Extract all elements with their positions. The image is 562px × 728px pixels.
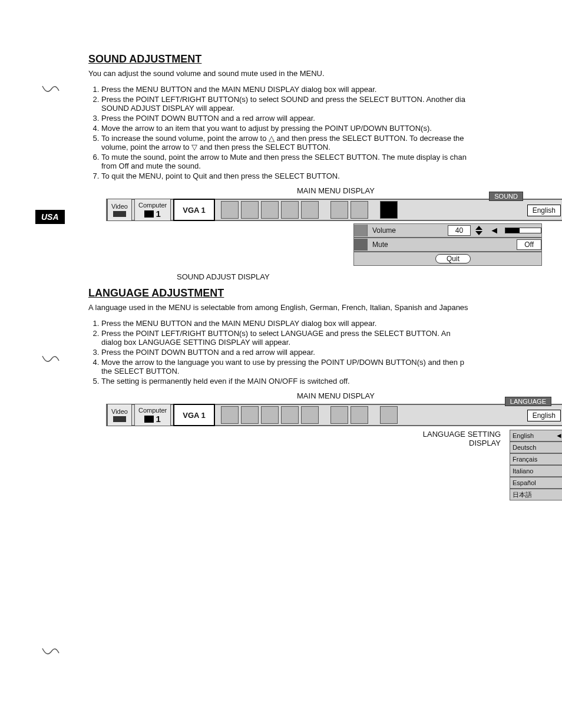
sound-step: To quit the MENU, point to Quit and then… xyxy=(101,172,562,180)
menu-icon[interactable] xyxy=(351,201,368,219)
menu-icon[interactable] xyxy=(281,201,299,219)
arrow-up-icon[interactable] xyxy=(475,226,482,230)
red-arrow-icon: ◄ xyxy=(490,225,499,236)
lang-step: The setting is permanently held even if … xyxy=(101,377,562,386)
menu-icon[interactable] xyxy=(241,201,259,219)
language-setting-label: LANGUAGE SETTING DISPLAY xyxy=(406,430,501,447)
step-sub: SOUND ADJUST DISPLAY will appear. xyxy=(101,104,562,113)
lang-option-label: Español xyxy=(513,477,536,488)
computer-icon xyxy=(144,210,154,218)
tab-computer[interactable]: Computer 1 xyxy=(134,199,171,221)
tab-video[interactable]: Video xyxy=(107,404,132,426)
tab-label: Computer xyxy=(138,407,167,414)
computer-icon xyxy=(144,416,154,423)
menu-icon[interactable] xyxy=(261,201,279,219)
video-icon xyxy=(113,211,126,217)
sound-adjust-label: SOUND ADJUST DISPLAY xyxy=(177,272,270,281)
video-icon xyxy=(113,416,126,422)
lang-step: Press the POINT LEFT/RIGHT BUTTON(s) to … xyxy=(101,329,562,347)
main-menu-bar: SOUND Video Computer 1 VGA 1 English xyxy=(106,199,562,221)
step-text: To increase the sound volume, point the … xyxy=(101,134,464,143)
sound-step: Move the arrow to an item that you want … xyxy=(101,124,562,133)
lang-step: Move the arrow to the language you want … xyxy=(101,358,562,375)
comp-num: 1 xyxy=(156,209,160,219)
step-text: Press the POINT LEFT/RIGHT BUTTON(s) to … xyxy=(101,329,451,338)
sound-step: To mute the sound, point the arrow to Mu… xyxy=(101,153,562,170)
arrow-down-icon[interactable] xyxy=(475,231,482,235)
menu-icon[interactable] xyxy=(330,406,348,424)
quit-row: Quit xyxy=(353,252,542,266)
lang-option-italiano[interactable]: Italiano xyxy=(510,465,562,477)
step-sub: dialog box LANGUAGE SETTING DISPLAY will… xyxy=(101,338,562,347)
tab-computer[interactable]: Computer 1 xyxy=(134,404,171,426)
language-intro: A language used in the MENU is selectabl… xyxy=(88,303,562,312)
language-steps: Press the MENU BUTTON and the MAIN MENU … xyxy=(88,319,562,386)
volume-row[interactable]: Volume 40 ◄ xyxy=(353,223,542,238)
main-menu-caption: MAIN MENU DISPLAY xyxy=(106,391,562,400)
sound-adjust-panel: Volume 40 ◄ Mute Off Quit xyxy=(353,223,542,266)
lang-step: Press the MENU BUTTON and the MAIN MENU … xyxy=(101,319,562,328)
language-selected[interactable]: English xyxy=(527,205,561,216)
sound-step: To increase the sound volume, point the … xyxy=(101,134,562,151)
volume-arrows[interactable] xyxy=(475,226,482,235)
volume-icon xyxy=(354,225,368,236)
quit-button[interactable]: Quit xyxy=(435,254,471,263)
sound-icon[interactable] xyxy=(380,406,398,424)
sound-heading: SOUND ADJUSTMENT xyxy=(88,53,562,65)
step-text: Press the POINT LEFT/RIGHT BUTTON(s) to … xyxy=(101,95,465,104)
step-sub: from Off and mute the sound. xyxy=(101,162,562,170)
sound-steps: Press the MENU BUTTON and the MAIN MENU … xyxy=(88,85,562,180)
lang-option-japanese[interactable]: 日本語 xyxy=(510,489,562,500)
mute-icon xyxy=(354,239,368,251)
comp-num: 1 xyxy=(156,414,160,424)
lang-option-label: 日本語 xyxy=(513,489,532,500)
tab-label: Video xyxy=(111,408,128,415)
step-text: To mute the sound, point the arrow to Mu… xyxy=(101,153,467,162)
language-heading: LANGUAGE ADJUSTMENT xyxy=(88,287,562,299)
step-sub: the SELECT BUTTON. xyxy=(101,367,562,375)
menu-icon[interactable] xyxy=(241,406,259,424)
lang-option-label: English xyxy=(513,430,534,441)
sound-step: Press the POINT LEFT/RIGHT BUTTON(s) to … xyxy=(101,95,562,113)
mute-label: Mute xyxy=(370,241,514,249)
tab-video[interactable]: Video xyxy=(107,199,132,221)
tab-label: Computer xyxy=(138,202,167,209)
main-menu-bar-lang: LANGUAGE Video Computer 1 VGA 1 xyxy=(106,404,562,426)
lang-option-deutsch[interactable]: Deutsch xyxy=(510,442,562,453)
language-selected[interactable]: English xyxy=(527,410,561,421)
lang-option-francais[interactable]: Français xyxy=(510,453,562,465)
sound-badge: SOUND xyxy=(489,192,523,201)
tab-label: Video xyxy=(111,203,128,210)
menu-icon[interactable] xyxy=(351,406,368,424)
lang-option-label: Français xyxy=(513,454,537,465)
language-setting-panel: English ◄ Deutsch Français Italiano Espa… xyxy=(510,430,562,500)
volume-value: 40 xyxy=(448,225,471,236)
step-sub: volume, point the arrow to ▽ and then pr… xyxy=(101,143,562,151)
menu-icon[interactable] xyxy=(261,406,279,424)
red-arrow-icon: ◄ xyxy=(556,430,562,441)
menu-icon[interactable] xyxy=(221,201,239,219)
sound-step: Press the MENU BUTTON and the MAIN MENU … xyxy=(101,85,562,94)
menu-icon[interactable] xyxy=(221,406,239,424)
lang-option-english[interactable]: English ◄ xyxy=(510,430,562,442)
volume-label: Volume xyxy=(370,226,445,235)
lang-option-label: Italiano xyxy=(513,466,533,476)
tab-vga1[interactable]: VGA 1 xyxy=(173,404,215,426)
sound-icon[interactable] xyxy=(380,201,398,219)
lang-option-label: Deutsch xyxy=(513,442,536,453)
lang-option-espanol[interactable]: Español xyxy=(510,477,562,489)
sound-intro: You can adjust the sound volume and soun… xyxy=(88,69,562,78)
mute-row[interactable]: Mute Off xyxy=(353,238,542,252)
tab-vga1[interactable]: VGA 1 xyxy=(173,199,215,221)
sound-step: Press the POINT DOWN BUTTON and a red ar… xyxy=(101,114,562,123)
menu-icon[interactable] xyxy=(330,201,348,219)
lang-step: Press the POINT DOWN BUTTON and a red ar… xyxy=(101,348,562,357)
menu-icon[interactable] xyxy=(301,201,319,219)
mute-value: Off xyxy=(517,239,541,250)
menu-icon[interactable] xyxy=(301,406,319,424)
language-badge: LANGUAGE xyxy=(505,397,551,406)
usa-tag: USA xyxy=(35,210,65,224)
step-text: Move the arrow to the language you want … xyxy=(101,358,464,367)
menu-icon[interactable] xyxy=(281,406,299,424)
